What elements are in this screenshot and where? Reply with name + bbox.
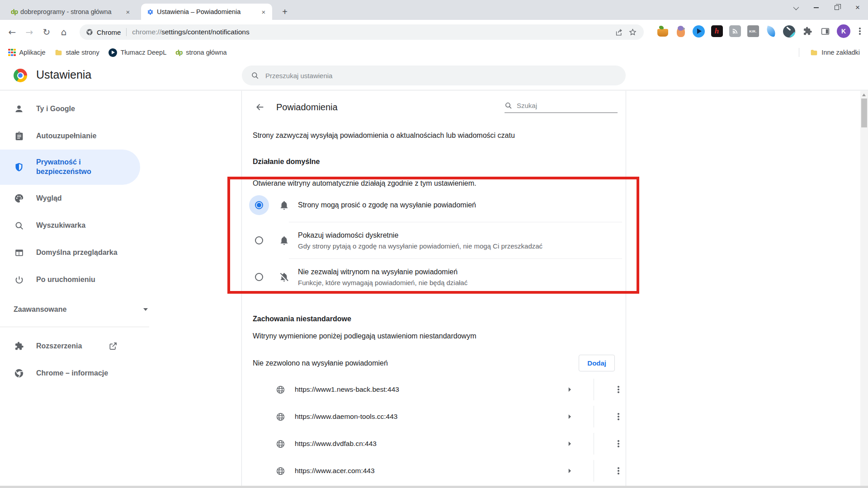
- sidebar-label: Wygląd: [36, 194, 62, 202]
- radio-selected[interactable]: [255, 201, 263, 209]
- minimize-button[interactable]: [806, 0, 826, 15]
- reload-icon[interactable]: ↻: [39, 24, 54, 40]
- browser-window: dp dobreprogramy - strona główna × Ustaw…: [0, 0, 868, 488]
- default-behavior-heading: Działanie domyślne: [242, 142, 626, 168]
- back-arrow-icon[interactable]: [252, 99, 268, 115]
- tab-settings-notifications[interactable]: Ustawienia – Powiadomienia ×: [141, 4, 272, 20]
- back-icon[interactable]: ←: [5, 24, 20, 40]
- extension-kir-icon[interactable]: KIR.: [746, 25, 760, 38]
- chrome-logo-icon: [14, 69, 27, 82]
- radio-option-ask[interactable]: Strony mogą prosić o zgodę na wysyłanie …: [242, 188, 626, 222]
- subpage-search-input[interactable]: [517, 102, 603, 109]
- profile-avatar[interactable]: K: [837, 24, 850, 38]
- tab-dobreprogramy[interactable]: dp dobreprogramy - strona główna ×: [5, 4, 137, 20]
- extension-red-h-icon[interactable]: h: [710, 25, 723, 38]
- radio-label: Strony mogą prosić o zgodę na wysyłanie …: [298, 201, 476, 209]
- sidebar-item-extensions[interactable]: Rozszerzenia: [0, 333, 149, 360]
- share-icon[interactable]: [612, 25, 626, 39]
- tab-search-icon[interactable]: [785, 0, 806, 15]
- home-icon[interactable]: ⌂: [56, 24, 71, 40]
- puzzle-icon: [14, 341, 24, 351]
- bookmark-deepl[interactable]: Tłumacz DeepL: [104, 47, 171, 59]
- radio-option-quiet[interactable]: Pokazuj wiadomości dyskretnie Gdy strony…: [242, 222, 626, 258]
- site-row[interactable]: https://www.dvdfab.cn:443: [242, 430, 626, 457]
- blocked-sites-label: Nie zezwolono na wysyłanie powiadomień: [253, 359, 579, 367]
- tab-close-icon[interactable]: ×: [259, 8, 268, 16]
- folder-icon: [810, 49, 818, 56]
- site-row[interactable]: https://www.acer.com:443: [242, 457, 626, 484]
- extension-head-brain-icon[interactable]: [674, 25, 687, 38]
- close-button[interactable]: ×: [847, 0, 868, 15]
- custom-behaviors-description: Witryny wymienione poniżej podlegają ust…: [242, 325, 626, 343]
- add-site-button[interactable]: Dodaj: [579, 355, 615, 371]
- site-menu-icon[interactable]: [614, 413, 623, 420]
- extension-dark-wrench-icon[interactable]: [783, 25, 796, 38]
- side-panel-icon[interactable]: [819, 25, 832, 38]
- sidebar-item-about-chrome[interactable]: Chrome – informacje: [0, 360, 149, 387]
- bookmark-dp-home[interactable]: dp strona główna: [171, 47, 231, 58]
- default-behavior-note: Otwierane witryny automatycznie działają…: [242, 168, 626, 188]
- chevron-right-icon[interactable]: [564, 440, 576, 448]
- radio-sublabel: Funkcje, które wymagają powiadomień, nie…: [298, 279, 467, 286]
- restore-button[interactable]: [826, 0, 847, 15]
- tab-close-icon[interactable]: ×: [124, 8, 132, 16]
- chevron-right-icon[interactable]: [564, 385, 576, 394]
- bell-icon: [278, 235, 290, 246]
- other-bookmarks-button[interactable]: Inne zakładki: [806, 47, 864, 58]
- bookmark-folder-stale-strony[interactable]: stałe strony: [50, 47, 104, 58]
- sidebar-item-default-browser[interactable]: Domyślna przeglądarka: [0, 239, 149, 266]
- radio-unselected[interactable]: [255, 236, 263, 244]
- radio-halo: [249, 195, 269, 215]
- sidebar-item-appearance[interactable]: Wygląd: [0, 185, 149, 212]
- site-row[interactable]: https://www.daemon-tools.cc:443: [242, 403, 626, 430]
- new-tab-button[interactable]: +: [278, 5, 291, 18]
- radio-unselected[interactable]: [255, 273, 263, 281]
- address-bar[interactable]: Chrome chrome://settings/content/notific…: [80, 24, 644, 40]
- caret-down-icon: [143, 308, 148, 311]
- person-icon: [14, 104, 24, 114]
- scrollbar-thumb[interactable]: [861, 99, 867, 127]
- settings-content: Ty i Google Autouzupełnianie Prywatność …: [0, 91, 868, 486]
- site-row[interactable]: https://www1.news-back.best:443: [242, 376, 626, 403]
- extension-blue-play-icon[interactable]: [692, 25, 705, 38]
- settings-header: Ustawienia: [0, 61, 868, 90]
- sidebar-label: Chrome – informacje: [36, 369, 108, 377]
- bookmark-apps[interactable]: Aplikacje: [4, 47, 50, 58]
- sidebar-item-you-and-google[interactable]: Ty i Google: [0, 95, 149, 122]
- bookmark-star-icon[interactable]: [626, 25, 639, 39]
- forward-icon[interactable]: →: [22, 24, 37, 40]
- sidebar-item-on-startup[interactable]: Po uruchomieniu: [0, 266, 149, 293]
- window-controls: ×: [785, 0, 868, 15]
- site-menu-icon[interactable]: [614, 386, 623, 393]
- settings-sidebar: Ty i Google Autouzupełnianie Prywatność …: [0, 91, 149, 387]
- radio-halo: [249, 267, 269, 287]
- chevron-right-icon[interactable]: [564, 467, 576, 475]
- extension-orange-basket-icon[interactable]: [656, 25, 669, 38]
- extension-blue-feather-icon[interactable]: [764, 25, 778, 38]
- sidebar-item-search-engine[interactable]: Wyszukiwarka: [0, 212, 149, 239]
- page-scrollbar[interactable]: [860, 91, 868, 486]
- subpage-header: Powiadomienia: [242, 91, 626, 123]
- notifications-panel: Powiadomienia Strony zazwyczaj wysyłają …: [241, 91, 626, 486]
- sidebar-item-autofill[interactable]: Autouzupełnianie: [0, 122, 149, 150]
- globe-icon: [276, 412, 286, 422]
- advanced-label: Zaawansowane: [14, 305, 66, 314]
- bookmark-label: Tłumacz DeepL: [121, 49, 167, 56]
- subpage-search[interactable]: [505, 102, 618, 113]
- site-menu-icon[interactable]: [614, 440, 623, 447]
- extensions-puzzle-icon[interactable]: [801, 25, 814, 38]
- sidebar-item-privacy-security[interactable]: Prywatność ibezpieczeństwo: [0, 150, 140, 185]
- sidebar-advanced-expander[interactable]: Zaawansowane: [0, 298, 149, 321]
- chevron-right-icon[interactable]: [564, 413, 576, 421]
- sidebar-label: Prywatność ibezpieczeństwo: [36, 158, 91, 177]
- browser-window-icon: [14, 248, 24, 258]
- site-menu-icon[interactable]: [614, 467, 623, 474]
- settings-search[interactable]: [242, 66, 626, 85]
- scroll-up-arrow[interactable]: [862, 94, 866, 96]
- custom-behaviors-heading: Zachowania niestandardowe: [242, 295, 626, 325]
- radio-option-block[interactable]: Nie zezwalaj witrynom na wysyłanie powia…: [242, 259, 626, 295]
- extension-rss-icon[interactable]: [728, 25, 741, 38]
- browser-menu-icon[interactable]: [855, 25, 864, 38]
- sidebar-label: Autouzupełnianie: [36, 132, 96, 140]
- settings-search-input[interactable]: [265, 72, 537, 80]
